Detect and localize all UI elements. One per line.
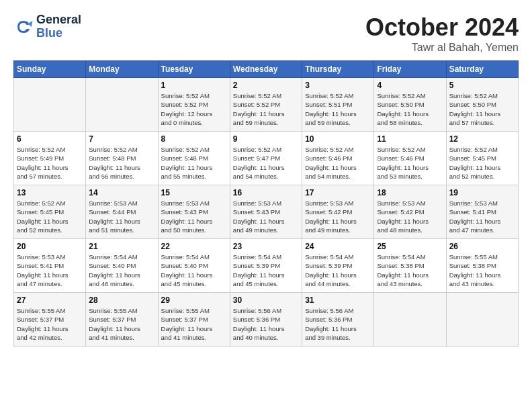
day-cell: 29Sunrise: 5:55 AM Sunset: 5:37 PM Dayli… bbox=[158, 293, 230, 347]
day-info: Sunrise: 5:56 AM Sunset: 5:36 PM Dayligh… bbox=[233, 306, 299, 342]
day-cell: 10Sunrise: 5:52 AM Sunset: 5:46 PM Dayli… bbox=[302, 132, 374, 185]
day-info: Sunrise: 5:55 AM Sunset: 5:38 PM Dayligh… bbox=[449, 253, 515, 288]
week-row-4: 20Sunrise: 5:53 AM Sunset: 5:41 PM Dayli… bbox=[14, 239, 519, 293]
day-info: Sunrise: 5:53 AM Sunset: 5:41 PM Dayligh… bbox=[449, 199, 515, 234]
day-cell: 1Sunrise: 5:52 AM Sunset: 5:52 PM Daylig… bbox=[158, 78, 230, 132]
day-info: Sunrise: 5:52 AM Sunset: 5:45 PM Dayligh… bbox=[449, 145, 515, 181]
day-info: Sunrise: 5:52 AM Sunset: 5:49 PM Dayligh… bbox=[17, 145, 83, 181]
day-number: 29 bbox=[161, 295, 227, 305]
day-info: Sunrise: 5:52 AM Sunset: 5:52 PM Dayligh… bbox=[161, 91, 227, 127]
day-cell: 25Sunrise: 5:54 AM Sunset: 5:38 PM Dayli… bbox=[374, 239, 446, 293]
day-cell: 3Sunrise: 5:52 AM Sunset: 5:51 PM Daylig… bbox=[302, 78, 374, 132]
day-info: Sunrise: 5:52 AM Sunset: 5:46 PM Dayligh… bbox=[305, 145, 371, 181]
day-cell: 24Sunrise: 5:54 AM Sunset: 5:39 PM Dayli… bbox=[302, 239, 374, 293]
day-cell: 9Sunrise: 5:52 AM Sunset: 5:47 PM Daylig… bbox=[230, 132, 302, 185]
day-number: 16 bbox=[233, 188, 299, 197]
day-number: 25 bbox=[377, 242, 443, 251]
week-row-5: 27Sunrise: 5:55 AM Sunset: 5:37 PM Dayli… bbox=[14, 293, 519, 347]
col-thursday: Thursday bbox=[302, 61, 374, 78]
month-title: October 2024 bbox=[365, 13, 519, 42]
day-number: 9 bbox=[233, 134, 299, 144]
col-wednesday: Wednesday bbox=[230, 61, 302, 78]
day-info: Sunrise: 5:52 AM Sunset: 5:48 PM Dayligh… bbox=[89, 145, 154, 181]
day-info: Sunrise: 5:52 AM Sunset: 5:50 PM Dayligh… bbox=[377, 91, 443, 127]
day-info: Sunrise: 5:52 AM Sunset: 5:51 PM Dayligh… bbox=[305, 91, 371, 127]
day-number: 21 bbox=[89, 242, 154, 251]
day-number: 10 bbox=[305, 134, 371, 144]
day-cell bbox=[374, 293, 446, 347]
day-info: Sunrise: 5:53 AM Sunset: 5:43 PM Dayligh… bbox=[233, 199, 299, 234]
day-cell bbox=[446, 293, 518, 347]
day-number: 31 bbox=[305, 295, 371, 305]
day-cell bbox=[86, 78, 158, 132]
day-cell: 14Sunrise: 5:53 AM Sunset: 5:44 PM Dayli… bbox=[86, 185, 158, 239]
day-info: Sunrise: 5:55 AM Sunset: 5:37 PM Dayligh… bbox=[89, 306, 154, 342]
day-cell: 13Sunrise: 5:52 AM Sunset: 5:45 PM Dayli… bbox=[14, 185, 86, 239]
day-cell: 6Sunrise: 5:52 AM Sunset: 5:49 PM Daylig… bbox=[14, 132, 86, 185]
day-cell: 18Sunrise: 5:53 AM Sunset: 5:42 PM Dayli… bbox=[374, 185, 446, 239]
day-number: 4 bbox=[377, 81, 443, 90]
day-cell: 11Sunrise: 5:52 AM Sunset: 5:46 PM Dayli… bbox=[374, 132, 446, 185]
day-cell: 12Sunrise: 5:52 AM Sunset: 5:45 PM Dayli… bbox=[446, 132, 518, 185]
day-cell: 5Sunrise: 5:52 AM Sunset: 5:50 PM Daylig… bbox=[446, 78, 518, 132]
day-info: Sunrise: 5:52 AM Sunset: 5:50 PM Dayligh… bbox=[449, 91, 515, 127]
page: General Blue October 2024 Tawr al Bahah,… bbox=[0, 0, 532, 353]
day-cell: 19Sunrise: 5:53 AM Sunset: 5:41 PM Dayli… bbox=[446, 185, 518, 239]
col-sunday: Sunday bbox=[14, 61, 86, 78]
day-info: Sunrise: 5:53 AM Sunset: 5:43 PM Dayligh… bbox=[161, 199, 227, 234]
day-cell: 26Sunrise: 5:55 AM Sunset: 5:38 PM Dayli… bbox=[446, 239, 518, 293]
day-info: Sunrise: 5:52 AM Sunset: 5:48 PM Dayligh… bbox=[161, 145, 227, 181]
day-cell: 30Sunrise: 5:56 AM Sunset: 5:36 PM Dayli… bbox=[230, 293, 302, 347]
day-cell: 20Sunrise: 5:53 AM Sunset: 5:41 PM Dayli… bbox=[14, 239, 86, 293]
day-number: 5 bbox=[449, 81, 515, 90]
day-info: Sunrise: 5:54 AM Sunset: 5:39 PM Dayligh… bbox=[233, 253, 299, 288]
day-number: 1 bbox=[161, 81, 227, 90]
day-cell: 31Sunrise: 5:56 AM Sunset: 5:36 PM Dayli… bbox=[302, 293, 374, 347]
logo-text: General Blue bbox=[36, 13, 81, 40]
day-info: Sunrise: 5:52 AM Sunset: 5:52 PM Dayligh… bbox=[233, 91, 299, 127]
day-info: Sunrise: 5:55 AM Sunset: 5:37 PM Dayligh… bbox=[17, 306, 83, 342]
day-cell: 22Sunrise: 5:54 AM Sunset: 5:40 PM Dayli… bbox=[158, 239, 230, 293]
day-number: 15 bbox=[161, 188, 227, 197]
day-info: Sunrise: 5:54 AM Sunset: 5:39 PM Dayligh… bbox=[305, 253, 371, 288]
day-cell: 28Sunrise: 5:55 AM Sunset: 5:37 PM Dayli… bbox=[86, 293, 158, 347]
day-number: 6 bbox=[17, 134, 83, 144]
header-row: Sunday Monday Tuesday Wednesday Thursday… bbox=[14, 61, 519, 78]
day-number: 27 bbox=[17, 295, 83, 305]
day-info: Sunrise: 5:53 AM Sunset: 5:41 PM Dayligh… bbox=[17, 253, 83, 288]
week-row-2: 6Sunrise: 5:52 AM Sunset: 5:49 PM Daylig… bbox=[14, 132, 519, 185]
calendar-body: 1Sunrise: 5:52 AM Sunset: 5:52 PM Daylig… bbox=[14, 78, 519, 347]
day-info: Sunrise: 5:52 AM Sunset: 5:46 PM Dayligh… bbox=[377, 145, 443, 181]
calendar-header: Sunday Monday Tuesday Wednesday Thursday… bbox=[14, 61, 519, 78]
day-info: Sunrise: 5:54 AM Sunset: 5:40 PM Dayligh… bbox=[161, 253, 227, 288]
day-number: 20 bbox=[17, 242, 83, 251]
day-info: Sunrise: 5:56 AM Sunset: 5:36 PM Dayligh… bbox=[305, 306, 371, 342]
location: Tawr al Bahah, Yemen bbox=[365, 42, 519, 54]
day-number: 7 bbox=[89, 134, 154, 144]
col-saturday: Saturday bbox=[446, 61, 518, 78]
col-friday: Friday bbox=[374, 61, 446, 78]
day-number: 17 bbox=[305, 188, 371, 197]
col-tuesday: Tuesday bbox=[158, 61, 230, 78]
day-cell: 2Sunrise: 5:52 AM Sunset: 5:52 PM Daylig… bbox=[230, 78, 302, 132]
day-number: 24 bbox=[305, 242, 371, 251]
day-info: Sunrise: 5:52 AM Sunset: 5:45 PM Dayligh… bbox=[17, 199, 83, 234]
week-row-3: 13Sunrise: 5:52 AM Sunset: 5:45 PM Dayli… bbox=[14, 185, 519, 239]
day-number: 30 bbox=[233, 295, 299, 305]
day-number: 11 bbox=[377, 134, 443, 144]
day-number: 23 bbox=[233, 242, 299, 251]
svg-rect-0 bbox=[13, 17, 34, 37]
day-cell: 21Sunrise: 5:54 AM Sunset: 5:40 PM Dayli… bbox=[86, 239, 158, 293]
day-number: 18 bbox=[377, 188, 443, 197]
day-number: 14 bbox=[89, 188, 154, 197]
day-info: Sunrise: 5:54 AM Sunset: 5:40 PM Dayligh… bbox=[89, 253, 154, 288]
day-info: Sunrise: 5:52 AM Sunset: 5:47 PM Dayligh… bbox=[233, 145, 299, 181]
day-number: 26 bbox=[449, 242, 515, 251]
day-cell bbox=[14, 78, 86, 132]
day-cell: 4Sunrise: 5:52 AM Sunset: 5:50 PM Daylig… bbox=[374, 78, 446, 132]
day-number: 28 bbox=[89, 295, 154, 305]
calendar: Sunday Monday Tuesday Wednesday Thursday… bbox=[13, 60, 519, 347]
day-info: Sunrise: 5:55 AM Sunset: 5:37 PM Dayligh… bbox=[161, 306, 227, 342]
day-info: Sunrise: 5:53 AM Sunset: 5:42 PM Dayligh… bbox=[377, 199, 443, 234]
day-number: 19 bbox=[449, 188, 515, 197]
